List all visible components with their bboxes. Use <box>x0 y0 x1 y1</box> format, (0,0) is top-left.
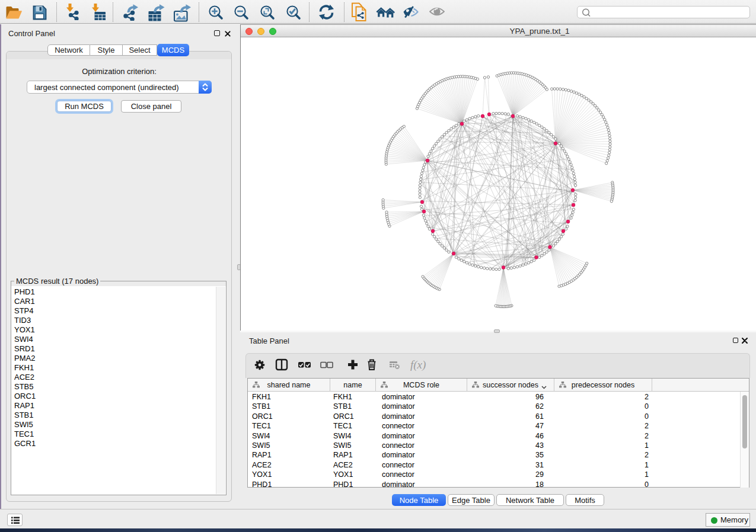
svg-text:f(x): f(x) <box>410 358 426 371</box>
